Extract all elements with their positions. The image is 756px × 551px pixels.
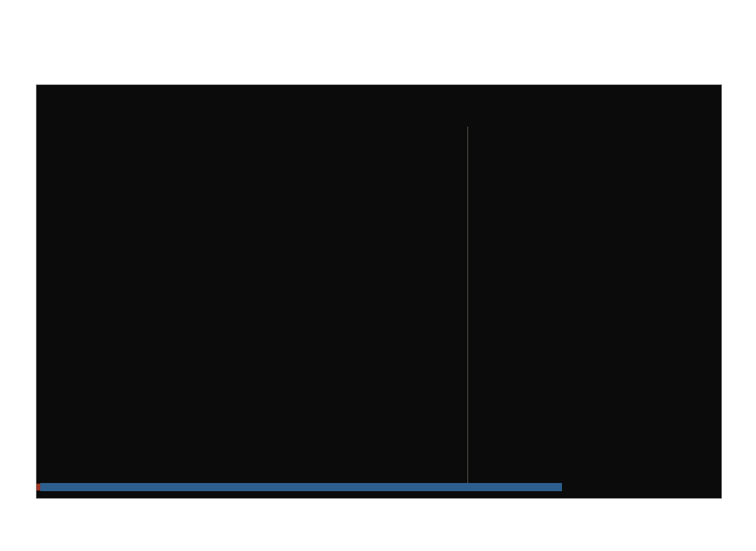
slide [0,0,756,551]
terminal-window[interactable] [36,84,722,499]
cpuinfo-pane[interactable] [39,133,466,483]
htop-pane[interactable] [471,133,720,483]
qemu-launch-output [39,86,720,128]
tmux-status-bar [37,483,721,491]
tmux-vertical-divider [467,127,468,483]
tmux-window-list [40,483,562,491]
